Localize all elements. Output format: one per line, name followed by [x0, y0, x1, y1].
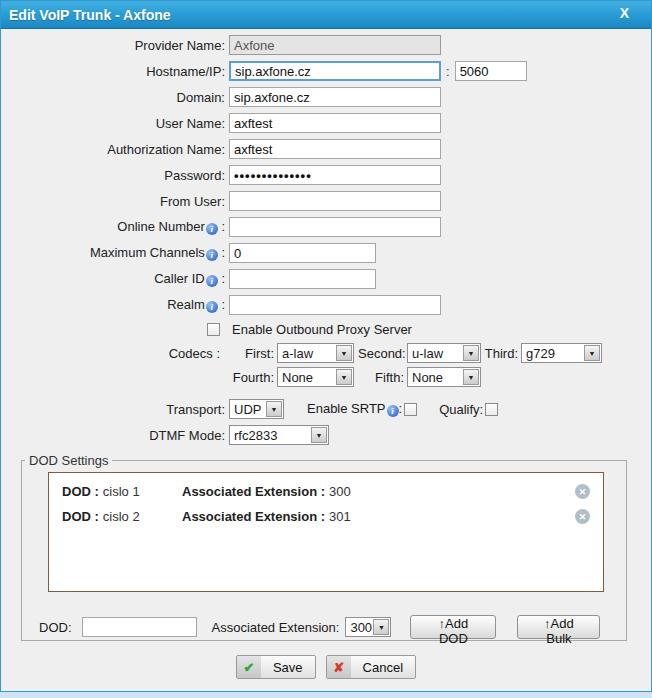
- domain-label: Domain:: [1, 90, 229, 105]
- outbound-proxy-row: Enable Outbound Proxy Server: [1, 321, 651, 337]
- enable-srtp-checkbox[interactable]: [404, 403, 417, 416]
- provider-name-field[interactable]: [229, 35, 441, 55]
- realm-row: Realmi :: [1, 295, 651, 315]
- cancel-button-label: Cancel: [351, 660, 415, 675]
- associated-extension-value: 301: [329, 509, 351, 524]
- codec-third-select[interactable]: g729▼: [521, 343, 602, 363]
- dod-list-item: DOD :cislo 1 Associated Extension :300 ✕: [49, 479, 603, 504]
- online-number-field[interactable]: [229, 217, 441, 237]
- associated-extension-select-label: Associated Extension:: [212, 620, 340, 635]
- codec-fifth-select[interactable]: None▼: [407, 367, 481, 387]
- check-icon: ✔: [237, 656, 261, 678]
- chevron-down-icon: ▼: [311, 427, 327, 443]
- qualify-label: Qualify:: [439, 402, 483, 417]
- save-button-label: Save: [261, 660, 315, 675]
- info-icon[interactable]: i: [206, 275, 218, 287]
- codec-fifth-label: Fifth:: [358, 370, 404, 385]
- outbound-proxy-checkbox[interactable]: [207, 323, 220, 336]
- close-icon[interactable]: X: [620, 5, 629, 21]
- authname-row: Authorization Name:: [1, 139, 651, 159]
- transport-label: Transport:: [1, 402, 229, 417]
- info-icon[interactable]: i: [206, 223, 218, 235]
- dialog-titlebar: Edit VoIP Trunk - Axfone X: [1, 1, 651, 29]
- chevron-down-icon: ▼: [584, 345, 600, 361]
- qualify-checkbox[interactable]: [485, 403, 498, 416]
- transport-row: Transport: UDP▼ Enable SRTPi: Qualify:: [1, 399, 651, 419]
- info-icon[interactable]: i: [387, 405, 399, 417]
- add-dod-button[interactable]: ↑Add DOD: [410, 615, 496, 639]
- codec-fourth-select[interactable]: None▼: [277, 367, 354, 387]
- domain-field[interactable]: [229, 87, 441, 107]
- add-bulk-button[interactable]: ↑Add Bulk: [517, 615, 600, 639]
- enable-srtp-label: Enable SRTPi:: [307, 401, 402, 417]
- port-field[interactable]: [455, 61, 527, 81]
- delete-icon[interactable]: ✕: [575, 509, 590, 524]
- codec-fourth-label: Fourth:: [229, 370, 274, 385]
- max-channels-row: Maximum Channelsi :: [1, 243, 651, 263]
- fromuser-field[interactable]: [229, 191, 441, 211]
- dod-input[interactable]: [82, 617, 197, 637]
- codecs-row-1: Codecs : First: a-law▼ Second: u-law▼ Th…: [1, 343, 651, 363]
- hostname-field[interactable]: [229, 61, 441, 81]
- chevron-down-icon: ▼: [336, 369, 352, 385]
- dod-add-controls: DOD: Associated Extension: 300▼ ↑Add DOD…: [39, 616, 626, 638]
- chevron-down-icon: ▼: [266, 401, 282, 417]
- chevron-down-icon: ▼: [336, 345, 352, 361]
- dod-label: DOD :: [62, 484, 99, 499]
- caller-id-row: Caller IDi :: [1, 269, 651, 289]
- codec-first-label: First:: [229, 346, 274, 361]
- associated-extension-label: Associated Extension :: [182, 484, 325, 499]
- dod-settings-legend: DOD Settings: [25, 453, 112, 468]
- chevron-down-icon: ▼: [463, 345, 479, 361]
- transport-select[interactable]: UDP▼: [229, 399, 284, 419]
- caller-id-field[interactable]: [229, 269, 376, 289]
- codecs-label: Codecs :: [1, 346, 229, 361]
- info-icon[interactable]: i: [206, 301, 218, 313]
- password-row: Password:: [1, 165, 651, 185]
- associated-extension-select[interactable]: 300▼: [345, 617, 391, 637]
- username-field[interactable]: [229, 113, 441, 133]
- realm-field[interactable]: [229, 295, 441, 315]
- max-channels-field[interactable]: [229, 243, 376, 263]
- dtmf-select[interactable]: rfc2833▼: [229, 425, 329, 445]
- dod-list-item: DOD :cislo 2 Associated Extension :301 ✕: [49, 504, 603, 529]
- associated-extension-label: Associated Extension :: [182, 509, 325, 524]
- port-separator: :: [441, 64, 455, 79]
- dialog-title: Edit VoIP Trunk - Axfone: [9, 7, 171, 23]
- password-label: Password:: [1, 168, 229, 183]
- codec-third-label: Third:: [481, 346, 518, 361]
- dod-list: DOD :cislo 1 Associated Extension :300 ✕…: [48, 472, 604, 592]
- chevron-down-icon: ▼: [463, 369, 479, 385]
- fromuser-row: From User:: [1, 191, 651, 211]
- dtmf-label: DTMF Mode:: [1, 428, 229, 443]
- cancel-button[interactable]: ✘ Cancel: [326, 655, 416, 679]
- authname-field[interactable]: [229, 139, 441, 159]
- dod-input-label: DOD:: [39, 620, 72, 635]
- codec-second-select[interactable]: u-law▼: [407, 343, 481, 363]
- save-button[interactable]: ✔ Save: [236, 655, 316, 679]
- dtmf-row: DTMF Mode: rfc2833▼: [1, 425, 651, 445]
- dod-settings-fieldset: DOD Settings DOD :cislo 1 Associated Ext…: [21, 453, 627, 641]
- caller-id-label: Caller IDi :: [1, 271, 229, 287]
- password-field[interactable]: [229, 165, 441, 185]
- hostname-row: Hostname/IP: :: [1, 61, 651, 81]
- provider-name-label: Provider Name:: [1, 38, 229, 53]
- codec-first-select[interactable]: a-law▼: [277, 343, 354, 363]
- username-label: User Name:: [1, 116, 229, 131]
- provider-name-row: Provider Name:: [1, 35, 651, 55]
- online-number-label: Online Numberi :: [1, 219, 229, 235]
- dod-value: cislo 1: [103, 484, 140, 499]
- info-icon[interactable]: i: [206, 249, 218, 261]
- associated-extension-value: 300: [329, 484, 351, 499]
- authname-label: Authorization Name:: [1, 142, 229, 157]
- outbound-proxy-label: Enable Outbound Proxy Server: [232, 322, 412, 337]
- username-row: User Name:: [1, 113, 651, 133]
- dialog-body: Provider Name: Hostname/IP: : Domain: Us…: [1, 29, 651, 679]
- edit-voip-trunk-dialog: Edit VoIP Trunk - Axfone X Provider Name…: [0, 0, 652, 692]
- delete-icon[interactable]: ✕: [575, 484, 590, 499]
- domain-row: Domain:: [1, 87, 651, 107]
- max-channels-label: Maximum Channelsi :: [1, 245, 229, 261]
- dod-label: DOD :: [62, 509, 99, 524]
- online-number-row: Online Numberi :: [1, 217, 651, 237]
- fromuser-label: From User:: [1, 194, 229, 209]
